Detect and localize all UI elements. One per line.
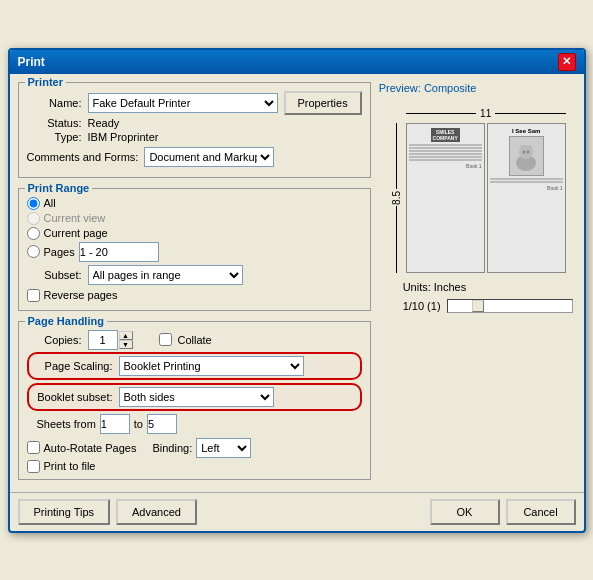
printer-section: Printer Name: Fake Default Printer Prope… xyxy=(18,82,371,178)
page-right: I See Sam xyxy=(487,123,566,273)
v-arrow-bottom xyxy=(396,267,397,273)
page-line-6 xyxy=(409,159,482,161)
booklet-subset-label: Booklet subset: xyxy=(33,391,113,403)
print-dialog: Print ✕ Printer Name: Fake Default Print… xyxy=(8,48,586,533)
booklet-subset-select[interactable]: Both sides Front side only Back side onl… xyxy=(119,387,274,407)
zoom-label: 1/10 (1) xyxy=(403,300,443,312)
name-label: Name: xyxy=(27,97,82,109)
page-scaling-select[interactable]: Booklet Printing Fit to Printer Margins … xyxy=(119,356,304,376)
auto-rotate-label: Auto-Rotate Pages xyxy=(44,442,137,454)
copies-up-arrow[interactable]: ▲ xyxy=(119,331,133,340)
dialog-title: Print xyxy=(18,55,45,69)
type-label: Type: xyxy=(27,131,82,143)
current-view-radio[interactable] xyxy=(27,212,40,225)
auto-rotate-checkbox[interactable] xyxy=(27,441,40,454)
type-value: IBM Proprinter xyxy=(88,131,159,143)
to-label: to xyxy=(134,418,143,430)
print-range-title: Print Range xyxy=(25,182,93,194)
copies-spinner: ▲ ▼ xyxy=(88,330,133,350)
sheets-from-input[interactable] xyxy=(100,414,130,434)
cancel-button[interactable]: Cancel xyxy=(506,499,576,525)
ok-button[interactable]: OK xyxy=(430,499,500,525)
r-page-line-2 xyxy=(490,181,563,183)
copies-down-arrow[interactable]: ▼ xyxy=(119,340,133,349)
dialog-body: Printer Name: Fake Default Printer Prope… xyxy=(10,74,584,492)
pages-input[interactable] xyxy=(79,242,159,262)
left-panel: Printer Name: Fake Default Printer Prope… xyxy=(18,82,371,484)
status-label: Status: xyxy=(27,117,82,129)
page-spread: SMILESCOMPANY Book 1 xyxy=(406,123,566,273)
current-page-label: Current page xyxy=(44,227,108,239)
current-page-radio[interactable] xyxy=(27,227,40,240)
page-line-2 xyxy=(409,147,482,149)
h-line xyxy=(412,113,476,114)
all-label: All xyxy=(44,197,56,209)
v-dim-text: 8.5 xyxy=(391,189,402,207)
collate-checkbox[interactable] xyxy=(159,333,172,346)
printer-name-select[interactable]: Fake Default Printer xyxy=(88,93,278,113)
subset-select[interactable]: All pages in range Odd pages only Even p… xyxy=(88,265,243,285)
page-handling-title: Page Handling xyxy=(25,315,107,327)
print-to-file-label: Print to file xyxy=(44,460,96,472)
preview-label: Preview: Composite xyxy=(379,82,577,94)
page-spread-container: 8.5 SMILESCOMPANY xyxy=(388,123,568,273)
sheets-to-input[interactable] xyxy=(147,414,177,434)
print-to-file-row: Print to file xyxy=(27,460,362,473)
status-value: Ready xyxy=(88,117,120,129)
page-line-4 xyxy=(409,153,482,155)
h-arrow-right xyxy=(560,113,566,114)
binding-label: Binding: xyxy=(152,442,192,454)
page-illustration xyxy=(511,138,541,173)
page-line-5 xyxy=(409,156,482,158)
zoom-thumb[interactable] xyxy=(472,300,484,312)
page-num-right: Book 1 xyxy=(490,185,563,191)
page-num-left: Book 1 xyxy=(409,163,482,169)
svg-point-2 xyxy=(520,145,524,151)
bottom-right: OK Cancel xyxy=(430,499,576,525)
reverse-pages-checkbox[interactable] xyxy=(27,289,40,302)
printer-section-title: Printer xyxy=(25,76,66,88)
comments-forms-select[interactable]: Document and Markups Document Form Field… xyxy=(144,147,274,167)
collate-label: Collate xyxy=(178,334,212,346)
r-page-line-1 xyxy=(490,178,563,180)
page-scaling-row: Page Scaling: Booklet Printing Fit to Pr… xyxy=(27,352,362,380)
page-handling-section: Page Handling Copies: ▲ ▼ Collate xyxy=(18,321,371,480)
subset-label: Subset: xyxy=(27,269,82,281)
print-to-file-checkbox[interactable] xyxy=(27,460,40,473)
v-line2 xyxy=(396,206,397,266)
properties-button[interactable]: Properties xyxy=(284,91,362,115)
preview-diagram: 11 8.5 xyxy=(388,108,568,273)
company-logo: SMILESCOMPANY xyxy=(409,128,482,142)
svg-point-4 xyxy=(523,151,526,154)
h-dim-text: 11 xyxy=(476,108,495,119)
booklet-subset-row: Booklet subset: Both sides Front side on… xyxy=(27,383,362,411)
zoom-slider[interactable] xyxy=(447,299,573,313)
copies-label: Copies: xyxy=(27,334,82,346)
reverse-pages-label: Reverse pages xyxy=(44,289,118,301)
bottom-bar: Printing Tips Advanced OK Cancel xyxy=(10,492,584,531)
binding-row: Binding: Left Right xyxy=(152,438,251,458)
page-left: SMILESCOMPANY Book 1 xyxy=(406,123,485,273)
close-button[interactable]: ✕ xyxy=(558,53,576,71)
copies-input[interactable] xyxy=(88,330,118,350)
page-line-3 xyxy=(409,150,482,152)
pages-label: Pages xyxy=(44,246,75,258)
page-image xyxy=(509,136,544,176)
bottom-left: Printing Tips Advanced xyxy=(18,499,197,525)
preview-area: 11 8.5 xyxy=(379,98,577,484)
pages-radio[interactable] xyxy=(27,245,40,258)
printing-tips-button[interactable]: Printing Tips xyxy=(18,499,111,525)
print-range-section: Print Range All Current view Current pag… xyxy=(18,188,371,311)
title-bar: Print ✕ xyxy=(10,50,584,74)
svg-point-3 xyxy=(528,145,532,151)
v-line xyxy=(396,129,397,189)
advanced-button[interactable]: Advanced xyxy=(116,499,197,525)
v-dimension: 8.5 xyxy=(388,123,406,273)
page-image-container xyxy=(490,136,563,176)
sheets-row: Sheets from to xyxy=(37,414,362,434)
page-right-title: I See Sam xyxy=(490,128,563,134)
svg-point-5 xyxy=(527,151,530,154)
all-radio[interactable] xyxy=(27,197,40,210)
binding-select[interactable]: Left Right xyxy=(196,438,251,458)
sheets-from-label: Sheets from xyxy=(37,418,96,430)
